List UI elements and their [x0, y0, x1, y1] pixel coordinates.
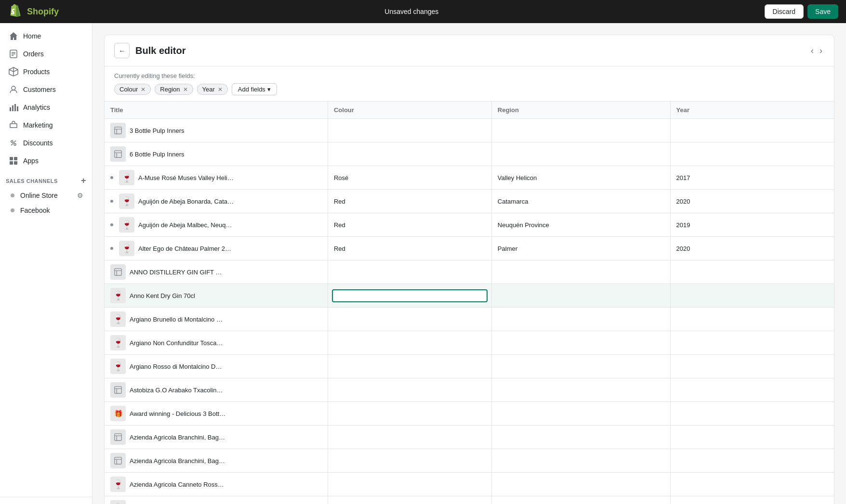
chip-region-label: Region	[160, 86, 180, 93]
chip-region-remove[interactable]: ✕	[183, 86, 188, 93]
region-cell[interactable]	[491, 355, 670, 378]
region-cell[interactable]	[491, 402, 670, 426]
colour-cell[interactable]	[328, 142, 491, 166]
sidebar-item-marketing[interactable]: Marketing	[3, 116, 89, 134]
region-cell[interactable]	[491, 308, 670, 331]
colour-cell[interactable]	[328, 355, 491, 378]
colour-cell[interactable]	[328, 119, 491, 142]
svg-rect-8	[17, 106, 18, 111]
sidebar-item-products[interactable]: Products	[3, 63, 89, 80]
online-store-settings-icon[interactable]: ⚙	[77, 192, 83, 199]
title-cell-inner: 🍷 Argiano Non Confunditur Toscana 2018	[110, 335, 322, 350]
region-cell[interactable]	[491, 284, 670, 308]
svg-line-11	[11, 141, 16, 145]
colour-cell[interactable]	[328, 378, 491, 402]
year-cell[interactable]: 2020	[670, 190, 834, 213]
sidebar-item-online-store[interactable]: Online Store ⚙	[3, 188, 89, 203]
title-cell-inner: 🍷 Aguijón de Abeja Malbec, Neuquén Pr…	[110, 217, 322, 233]
colour-cell[interactable]: Rosé	[328, 166, 491, 190]
brand: Shopify	[8, 4, 59, 19]
back-arrow-icon: ←	[119, 47, 125, 54]
title-cell-inner: 🍷 A-Muse Rosé Muses Valley Helicon At…	[110, 170, 322, 185]
region-cell[interactable]: Neuquén Province	[491, 213, 670, 237]
region-cell[interactable]	[491, 473, 670, 496]
title-cell: Azienda Agricola Branchini, Bag in Box…	[105, 426, 328, 449]
region-cell[interactable]	[491, 449, 670, 473]
sidebar-item-discounts[interactable]: Discounts	[3, 134, 89, 152]
sales-channels-label: SALES CHANNELS	[6, 178, 58, 184]
colour-cell[interactable]	[328, 426, 491, 449]
colour-cell[interactable]	[328, 331, 491, 355]
svg-rect-20	[115, 387, 121, 393]
save-button[interactable]: Save	[807, 4, 838, 19]
colour-cell[interactable]	[328, 449, 491, 473]
colour-cell[interactable]	[328, 402, 491, 426]
sidebar-item-home[interactable]: Home	[3, 27, 89, 45]
region-cell[interactable]	[491, 119, 670, 142]
sidebar-label-discounts: Discounts	[23, 139, 53, 147]
title-cell: 6 Bottle Pulp Inners	[105, 142, 328, 166]
year-cell[interactable]	[670, 142, 834, 166]
table-row: 🍷 Alter Ego de Château Palmer 2020 Red P…	[105, 237, 834, 260]
year-cell[interactable]	[670, 496, 834, 504]
year-cell[interactable]	[670, 260, 834, 284]
sidebar-item-analytics[interactable]: Analytics	[3, 99, 89, 116]
year-cell[interactable]	[670, 284, 834, 308]
colour-cell[interactable]: Red	[328, 237, 491, 260]
region-cell[interactable]	[491, 142, 670, 166]
colour-cell[interactable]	[328, 496, 491, 504]
year-cell[interactable]	[670, 119, 834, 142]
region-cell[interactable]: Palmer	[491, 237, 670, 260]
colour-cell[interactable]	[328, 473, 491, 496]
year-cell[interactable]	[670, 308, 834, 331]
discard-button[interactable]: Discard	[765, 4, 804, 19]
colour-cell[interactable]	[328, 260, 491, 284]
region-cell[interactable]	[491, 260, 670, 284]
title-cell-inner: 🍷 Aguijón de Abeja Bonarda, Catamarca …	[110, 194, 322, 209]
table-body: 3 Bottle Pulp Inners 6 Bottle Pulp Inner…	[105, 119, 834, 504]
colour-cell[interactable]	[328, 308, 491, 331]
next-button[interactable]: ›	[818, 44, 824, 58]
year-cell[interactable]: 2019	[670, 213, 834, 237]
year-cell[interactable]: 2020	[670, 237, 834, 260]
sidebar-footer: Settings	[0, 497, 92, 504]
sidebar-nav: Home Orders Products Custo	[0, 23, 92, 497]
year-cell[interactable]	[670, 426, 834, 449]
year-cell[interactable]	[670, 355, 834, 378]
region-cell[interactable]	[491, 378, 670, 402]
region-cell[interactable]: Catamarca	[491, 190, 670, 213]
col-region: Region	[491, 102, 670, 119]
sidebar-item-customers[interactable]: Customers	[3, 81, 89, 98]
region-cell[interactable]	[491, 331, 670, 355]
add-sales-channel-button[interactable]: +	[81, 176, 86, 186]
chip-colour-remove[interactable]: ✕	[141, 86, 145, 93]
product-name: Argiano Non Confunditur Toscana 2018	[130, 339, 226, 347]
sidebar-item-facebook[interactable]: Facebook	[3, 203, 89, 218]
year-cell[interactable]	[670, 449, 834, 473]
colour-cell[interactable]: Red	[328, 213, 491, 237]
back-button[interactable]: ←	[114, 43, 130, 58]
title-cell-inner: 6 Bottle Pulp Inners	[110, 146, 322, 162]
year-cell[interactable]	[670, 402, 834, 426]
year-cell[interactable]: 2017	[670, 166, 834, 190]
sidebar-item-orders[interactable]: Orders	[3, 45, 89, 63]
year-cell[interactable]	[670, 331, 834, 355]
region-cell[interactable]	[491, 426, 670, 449]
product-name: A-Muse Rosé Muses Valley Helicon At…	[138, 174, 235, 181]
col-title: Title	[105, 102, 328, 119]
sidebar-item-apps[interactable]: Apps	[3, 152, 89, 169]
region-cell[interactable]	[491, 496, 670, 504]
title-cell-inner: 🍷 Anno Kent Dry Gin 70cl	[110, 288, 322, 303]
chip-year-remove[interactable]: ✕	[218, 86, 223, 93]
add-fields-button[interactable]: Add fields ▾	[232, 83, 277, 95]
title-cell-inner: 3 Bottle Pulp Inners	[110, 123, 322, 138]
prev-button[interactable]: ‹	[809, 44, 816, 58]
svg-rect-22	[115, 457, 121, 464]
colour-input[interactable]	[332, 289, 488, 302]
year-cell[interactable]	[670, 473, 834, 496]
year-cell[interactable]	[670, 378, 834, 402]
apps-icon	[9, 156, 18, 166]
colour-cell[interactable]: Red	[328, 190, 491, 213]
colour-cell-editing[interactable]	[328, 284, 491, 308]
region-cell[interactable]: Valley Helicon	[491, 166, 670, 190]
